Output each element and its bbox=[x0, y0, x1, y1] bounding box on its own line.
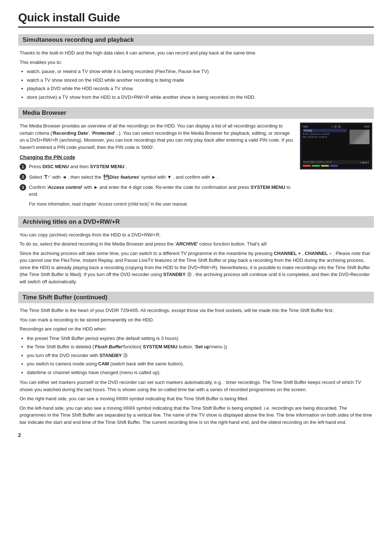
tv-footer-left: PLAY | REC | COPY | +PLIST bbox=[303, 161, 332, 163]
section-archiving: Archiving titles on a DVD+RW/+R You can … bbox=[18, 216, 374, 285]
time-shift-bullets: the preset Time Shift Buffer period expi… bbox=[27, 335, 372, 376]
tv-footer: PLAY | REC | COPY | +PLIST ● ◉ ▬ ● bbox=[303, 160, 369, 164]
tv-footer-right: ● ◉ ▬ ● bbox=[360, 161, 369, 163]
tv-screen-inner: HDD ▷ ⬛ ⬛ DVD TITLES ● 06:1 | 28.02.04 |… bbox=[302, 124, 371, 168]
tv-thumbnail bbox=[350, 130, 369, 144]
changing-pin-section: Changing the PIN code 1 Press DISC MENU … bbox=[20, 154, 294, 207]
step-3-text: Confirm 'Access control' with ► and ente… bbox=[29, 184, 294, 198]
tv-red-btn bbox=[303, 165, 311, 167]
section-time-shift: Time Shift Buffer (continued) The Time S… bbox=[18, 292, 374, 426]
list-item: date/time or channel settings have chang… bbox=[27, 369, 372, 376]
time-shift-para1: The Time Shift Buffer is the heart of yo… bbox=[20, 307, 372, 314]
list-item: watch a TV show stored on the HDD while … bbox=[27, 77, 372, 84]
pin-step-3: 3 Confirm 'Access control' with ► and en… bbox=[20, 184, 294, 198]
list-item: store (archive) a TV show from the HDD t… bbox=[27, 94, 372, 101]
simultaneous-intro: Thanks to the built-in HDD and the high … bbox=[20, 49, 372, 57]
section-header-time-shift: Time Shift Buffer (continued) bbox=[18, 292, 374, 303]
media-browser-text-block: The Media Browser provides an overview o… bbox=[20, 122, 294, 210]
list-item: watch, pause, or rewind a TV show while … bbox=[27, 68, 372, 75]
tv-green-btn bbox=[312, 165, 320, 167]
media-browser-layout: The Media Browser provides an overview o… bbox=[20, 122, 372, 210]
step-3-note: For more information, read chapter 'Acce… bbox=[29, 201, 294, 207]
page-title: Quick install Guide bbox=[18, 11, 374, 24]
step-number-2: 2 bbox=[20, 174, 26, 180]
list-item: playback a DVD while the HDD records a T… bbox=[27, 85, 372, 92]
time-shift-para2: You can mark a recording to be stored pe… bbox=[20, 316, 372, 324]
time-shift-para6: On the left-hand side, you can also see … bbox=[20, 405, 372, 426]
tv-screen-image: HDD ▷ ⬛ ⬛ DVD TITLES ● 06:1 | 28.02.04 |… bbox=[300, 122, 372, 170]
step-2-text: Select 'T↑' with ◄ , then select the '💾D… bbox=[29, 173, 219, 181]
changing-pin-heading: Changing the PIN code bbox=[20, 154, 294, 160]
section-header-archiving: Archiving titles on a DVD+RW/+R bbox=[18, 216, 374, 228]
section-header-media-browser: Media Browser bbox=[18, 107, 374, 119]
time-shift-para3: Recordings are copied on the HDD when: bbox=[20, 325, 372, 333]
section-body-simultaneous: Thanks to the built-in HDD and the high … bbox=[18, 49, 374, 101]
simultaneous-enables: This enables you to: bbox=[20, 59, 372, 66]
tv-icons: ▷ ⬛ ⬛ bbox=[331, 125, 341, 128]
time-shift-para4: You can either set markers yourself or t… bbox=[20, 379, 372, 393]
tv-list-item-2: 06S | 28.02.04 | 10:39:15 bbox=[303, 135, 347, 138]
pin-step-2: 2 Select 'T↑' with ◄ , then select the '… bbox=[20, 173, 294, 181]
tv-list-item-1: ● 06:1 | 28.02.04 | 12:00:03 bbox=[303, 133, 347, 135]
section-media-browser: Media Browser The Media Browser provides… bbox=[18, 107, 374, 210]
media-browser-body: The Media Browser provides an overview o… bbox=[20, 122, 294, 151]
list-item: you switch to camera mode using CAM (swi… bbox=[27, 360, 372, 368]
tv-disc-label: DVD bbox=[364, 125, 369, 128]
page-number: 2 bbox=[18, 432, 374, 438]
step-number-1: 1 bbox=[20, 163, 26, 170]
time-shift-para5: On the right-hand side, you can see a mo… bbox=[20, 395, 372, 402]
step-1-text: Press DISC MENU and then SYSTEM MENU , bbox=[29, 163, 127, 170]
list-item: the preset Time Shift Buffer period expi… bbox=[27, 335, 372, 342]
list-item: you turn off the DVD recorder with STAND… bbox=[27, 352, 372, 359]
section-body-time-shift: The Time Shift Buffer is the heart of yo… bbox=[18, 307, 374, 426]
tv-list: TITLES ● 06:1 | 28.02.04 | 12:00:03 06S … bbox=[303, 129, 347, 160]
tv-blue-btn bbox=[330, 165, 338, 167]
section-body-archiving: You can copy (archive) recordings from t… bbox=[18, 231, 374, 285]
section-body-media-browser: The Media Browser provides an overview o… bbox=[18, 122, 374, 210]
section-heading-simultaneous: Simultaneous recording and playback bbox=[23, 36, 369, 44]
section-heading-media-browser: Media Browser bbox=[23, 109, 369, 117]
list-item: the Time Shift Buffer is deleted ('Flush… bbox=[27, 343, 372, 350]
section-simultaneous: Simultaneous recording and playback Than… bbox=[18, 34, 374, 101]
section-header-simultaneous: Simultaneous recording and playback bbox=[18, 34, 374, 46]
tv-yellow-btn bbox=[321, 165, 329, 167]
archiving-para1: You can copy (archive) recordings from t… bbox=[20, 231, 372, 239]
tv-top-bar: HDD ▷ ⬛ ⬛ DVD bbox=[303, 125, 369, 128]
tv-main-area: TITLES ● 06:1 | 28.02.04 | 12:00:03 06S … bbox=[303, 129, 369, 160]
title-divider bbox=[18, 27, 374, 28]
simultaneous-bullets: watch, pause, or rewind a TV show while … bbox=[27, 68, 372, 101]
tv-hdd-label: HDD bbox=[303, 125, 308, 128]
section-heading-time-shift: Time Shift Buffer (continued) bbox=[23, 294, 369, 301]
tv-colored-buttons bbox=[303, 165, 369, 167]
pin-step-1: 1 Press DISC MENU and then SYSTEM MENU , bbox=[20, 163, 294, 170]
step-number-3: 3 bbox=[20, 184, 26, 191]
section-heading-archiving: Archiving titles on a DVD+RW/+R bbox=[23, 218, 369, 226]
archiving-para2: To do so, select the desired recording i… bbox=[20, 240, 372, 248]
tv-list-header: TITLES bbox=[303, 129, 347, 132]
archiving-para3: Since the archiving process will take so… bbox=[20, 250, 372, 285]
